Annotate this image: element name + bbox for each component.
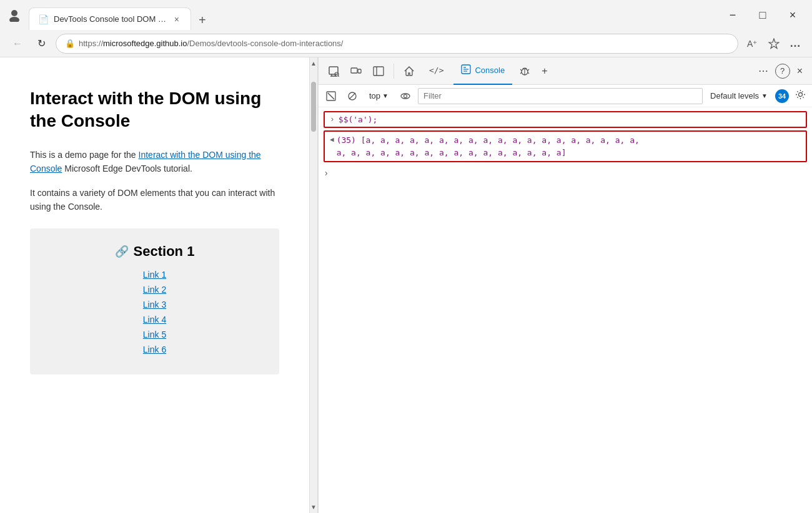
context-label: top	[369, 91, 380, 100]
svg-rect-9	[351, 68, 357, 73]
svg-line-26	[349, 93, 355, 99]
svg-line-22	[528, 72, 529, 74]
section-1-title-text: Section 1	[134, 243, 195, 260]
level-chevron-icon: ▼	[761, 92, 768, 99]
close-button[interactable]: ×	[778, 5, 807, 25]
favorites-button[interactable]	[765, 34, 783, 53]
lock-icon: 🔒	[65, 39, 75, 48]
svg-line-20	[528, 69, 529, 71]
svg-point-0	[11, 10, 17, 16]
window-controls: − □ ×	[718, 5, 807, 25]
console-settings-button[interactable]	[793, 87, 808, 105]
section-link-2[interactable]: Link 2	[45, 285, 264, 295]
page-description-1: This is a demo page for the Interact wit…	[30, 148, 279, 176]
new-tab-button[interactable]: +	[194, 11, 211, 30]
section-link-3[interactable]: Link 3	[45, 300, 264, 310]
title-bar: 📄 DevTools Console tool DOM inte × + − □…	[0, 0, 812, 30]
main-area: Interact with the DOM using the Console …	[0, 57, 812, 513]
svg-text:A⁺: A⁺	[747, 39, 757, 49]
console-bar: top ▼ Default levels ▼ 34	[319, 85, 812, 107]
nav-right-buttons: A⁺ …	[743, 33, 805, 54]
read-aloud-button[interactable]: A⁺	[743, 34, 762, 53]
console-input-row: › $$('a');	[324, 111, 807, 128]
close-devtools-button[interactable]: ×	[793, 62, 807, 80]
output-row-inner: ◀ (35) [a, a, a, a, a, a, a, a, a, a, a,…	[325, 132, 806, 161]
inspect-element-button[interactable]	[324, 62, 344, 80]
url-protocol: https://	[79, 39, 103, 48]
more-options-button[interactable]: …	[786, 33, 805, 54]
section-1-box: 🔗 Section 1 Link 1 Link 2 Link 3 Link 4 …	[30, 228, 279, 374]
address-bar[interactable]: 🔒 https://microsoftedge.github.io/Demos/…	[56, 34, 738, 54]
block-button[interactable]	[344, 89, 361, 104]
next-prompt-row: ›	[319, 166, 812, 181]
tab-close-button[interactable]: ×	[172, 13, 182, 26]
section-link-1[interactable]: Link 1	[45, 270, 264, 280]
svg-rect-11	[374, 67, 384, 76]
desc1-after: Microsoft Edge DevTools tutorial.	[62, 164, 192, 173]
section-link-5[interactable]: Link 5	[45, 330, 264, 340]
tab-page-icon: 📄	[38, 14, 49, 24]
svg-point-28	[404, 94, 407, 97]
section-link-6[interactable]: Link 6	[45, 344, 264, 354]
section-link-4[interactable]: Link 4	[45, 315, 264, 325]
eye-button[interactable]	[397, 89, 414, 104]
device-emulation-button[interactable]	[346, 62, 366, 80]
level-selector[interactable]: Default levels ▼	[706, 89, 771, 102]
chain-link-icon: 🔗	[115, 245, 129, 258]
svg-line-24	[328, 93, 334, 99]
refresh-button[interactable]: ↻	[32, 34, 51, 53]
chevron-right-icon: ›	[330, 115, 335, 124]
next-chevron-right-icon[interactable]: ›	[324, 169, 329, 178]
svg-line-8	[338, 76, 339, 77]
chevron-down-icon: ▼	[382, 92, 389, 99]
message-count-badge: 34	[775, 89, 789, 103]
address-url: https://microsoftedge.github.io/Demos/de…	[79, 39, 729, 48]
svg-line-21	[520, 72, 522, 74]
level-label: Default levels	[710, 91, 759, 100]
console-input-command: $$('a');	[339, 115, 378, 124]
filter-input[interactable]	[418, 88, 703, 104]
output-array-text: (35) [a, a, a, a, a, a, a, a, a, a, a, a…	[337, 134, 640, 159]
more-tools-button[interactable]: ⋯	[754, 62, 773, 80]
output-row-wrapper: ◀ (35) [a, a, a, a, a, a, a, a, a, a, a,…	[319, 129, 812, 166]
tab-console-label: Console	[475, 66, 505, 75]
maximize-button[interactable]: □	[748, 5, 777, 25]
svg-point-1	[9, 17, 19, 22]
add-panel-button[interactable]: +	[537, 62, 552, 80]
scroll-thumb[interactable]	[311, 82, 316, 132]
svg-rect-3	[329, 67, 338, 74]
browser-tab[interactable]: 📄 DevTools Console tool DOM inte ×	[29, 7, 191, 30]
sidebar-toggle-button[interactable]	[369, 62, 389, 80]
tab-elements[interactable]: </>	[422, 57, 451, 85]
devtools-panel: </> Console	[318, 57, 812, 513]
navigation-bar: ← ↻ 🔒 https://microsoftedge.github.io/De…	[0, 30, 812, 57]
webpage-content: Interact with the DOM using the Console …	[0, 57, 309, 513]
page-description-2: It contains a variety of DOM elements th…	[30, 186, 279, 214]
output-line2: a, a, a, a, a, a, a, a, a, a, a, a, a, a…	[337, 148, 567, 157]
url-domain: microsoftedge.github.io	[103, 39, 187, 48]
profile-icon[interactable]	[5, 6, 24, 24]
console-tab-icon	[461, 64, 471, 76]
console-output-row: ◀ (35) [a, a, a, a, a, a, a, a, a, a, a,…	[324, 130, 807, 162]
minimize-button[interactable]: −	[718, 5, 747, 25]
output-line1: [a, a, a, a, a, a, a, a, a, a, a, a, a, …	[361, 135, 640, 145]
svg-point-29	[799, 93, 803, 97]
bug-button[interactable]	[515, 62, 535, 80]
input-row-wrapper: › $$('a');	[319, 107, 812, 129]
context-selector[interactable]: top ▼	[365, 89, 393, 103]
output-count: (35)	[337, 135, 356, 145]
scroll-track[interactable]	[310, 69, 317, 501]
svg-rect-10	[358, 69, 361, 73]
tab-console[interactable]: Console	[453, 57, 512, 85]
back-button[interactable]: ←	[7, 34, 27, 53]
section-1-title: 🔗 Section 1	[45, 243, 264, 260]
expand-array-button[interactable]: ◀	[330, 135, 334, 144]
url-path: /Demos/devtools-console-dom-interactions…	[187, 39, 343, 48]
elements-icon: </>	[429, 66, 443, 75]
clear-console-button[interactable]	[322, 89, 340, 104]
home-button[interactable]	[399, 62, 419, 80]
page-title: Interact with the DOM using the Console	[30, 87, 279, 133]
help-button[interactable]: ?	[775, 64, 790, 79]
desc1-before: This is a demo page for the	[30, 150, 139, 160]
page-scrollbar[interactable]: ▲ ▼	[309, 57, 318, 513]
